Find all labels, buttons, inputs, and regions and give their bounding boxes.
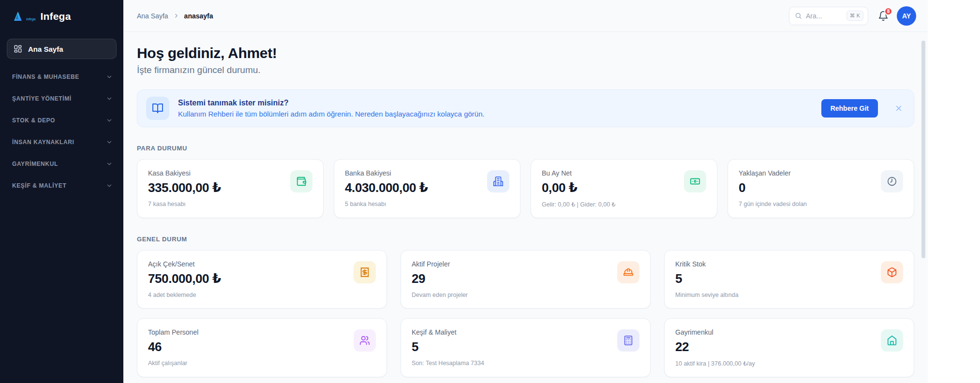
stat-card-bu-ay-net[interactable]: Bu Ay Net 0,00 ₺ Gelir: 0,00 ₺ | Gider: … (531, 159, 717, 218)
book-open-icon (146, 97, 169, 120)
bank-building-icon (487, 170, 509, 192)
logo-wordmark-small: Infega (26, 17, 35, 22)
card-subtitle: Aktif çalışanlar (148, 360, 198, 367)
logo-icon (12, 11, 23, 22)
money-status-grid: Kasa Bakiyesi 335.000,00 ₺ 7 kasa hesabı… (137, 159, 914, 218)
card-value: 22 (675, 339, 755, 354)
chevron-down-icon (106, 74, 113, 80)
main-area: Ana Sayfa anasayfa ⌘ K 8 (123, 0, 928, 383)
home-icon (881, 329, 903, 352)
stat-card-gayrimenkul[interactable]: Gayrimenkul 22 10 aktif kira | 376.000,0… (664, 318, 914, 377)
guide-button[interactable]: Rehbere Git (821, 99, 878, 118)
breadcrumb: Ana Sayfa anasayfa (137, 12, 213, 20)
hard-hat-icon (617, 261, 639, 283)
card-title: Toplam Personel (148, 328, 198, 336)
stat-card-kasa-bakiyesi[interactable]: Kasa Bakiyesi 335.000,00 ₺ 7 kasa hesabı (137, 159, 324, 218)
chevron-down-icon (106, 139, 113, 146)
card-title: Kritik Stok (675, 260, 739, 268)
app-window: Infega Infega Ana Sayfa FİNANS & MUHASEB… (0, 0, 928, 383)
stat-card-aktif-projeler[interactable]: Aktif Projeler 29 Devam eden projeler (401, 250, 651, 309)
calculator-icon (617, 329, 639, 352)
card-subtitle: Minimum seviye altında (675, 292, 739, 298)
card-title: Kasa Bakiyesi (148, 169, 221, 177)
sidebar-section-label: KEŞİF & MALİYET (12, 182, 66, 189)
sidebar-item-ana-sayfa[interactable]: Ana Sayfa (7, 39, 117, 59)
section-label-genel-durum: GENEL DURUM (137, 236, 914, 243)
breadcrumb-parent[interactable]: Ana Sayfa (137, 12, 168, 20)
stat-card-yaklasan-vadeler[interactable]: Yaklaşan Vadeler 0 7 gün içinde vadesi d… (728, 159, 914, 218)
stat-card-kesif-maliyet[interactable]: Keşif & Maliyet 5 Son: Test Hesaplama 73… (401, 318, 651, 377)
notifications-button[interactable]: 8 (878, 11, 889, 21)
card-value: 5 (412, 339, 484, 354)
card-subtitle: 5 banka hesabı (345, 201, 428, 207)
card-title: Banka Bakiyesi (345, 169, 428, 177)
sidebar-item-label: Ana Sayfa (28, 45, 63, 53)
top-header: Ana Sayfa anasayfa ⌘ K 8 (123, 0, 928, 32)
card-value: 0 (739, 180, 807, 195)
card-subtitle: Son: Test Hesaplama 7334 (412, 360, 484, 367)
card-value: 46 (148, 339, 198, 354)
card-subtitle: 7 gün içinde vadesi dolan (739, 201, 807, 207)
package-icon (881, 261, 903, 283)
chevron-down-icon (106, 161, 113, 167)
sidebar-section-insan-kaynaklari[interactable]: İNSAN KAYNAKLARI (0, 131, 123, 153)
page-content: Hoş geldiniz, Ahmet! İşte firmanızın gün… (123, 32, 928, 377)
card-title: Gayrimenkul (675, 328, 755, 336)
search-input[interactable] (806, 12, 834, 20)
brand-logo: Infega Infega (0, 8, 123, 22)
card-title: Yaklaşan Vadeler (739, 169, 807, 177)
card-subtitle: Devam eden projeler (412, 292, 468, 298)
sidebar-section-gayrimenkul[interactable]: GAYRİMENKUL (0, 153, 123, 175)
stat-card-banka-bakiyesi[interactable]: Banka Bakiyesi 4.030.000,00 ₺ 5 banka he… (334, 159, 520, 218)
clock-icon (881, 170, 903, 192)
page-title: Hoş geldiniz, Ahmet! (137, 45, 914, 61)
chevron-down-icon (106, 182, 113, 189)
search-shortcut-kbd: ⌘ K (846, 11, 863, 21)
sidebar-section-santiye-yonetimi[interactable]: ŞANTİYE YÖNETİMİ (0, 88, 123, 109)
general-status-grid: Açık Çek/Senet 750.000,00 ₺ 4 adet bekle… (137, 250, 914, 377)
stat-card-kritik-stok[interactable]: Kritik Stok 5 Minimum seviye altında (664, 250, 914, 309)
card-subtitle: 7 kasa hesabı (148, 201, 221, 207)
scrollbar[interactable] (921, 41, 925, 258)
sidebar-section-label: GAYRİMENKUL (12, 161, 58, 167)
card-value: 4.030.000,00 ₺ (345, 180, 428, 195)
page-subtitle: İşte firmanızın güncel durumu. (137, 65, 914, 75)
close-icon[interactable] (894, 104, 903, 113)
guide-banner-description: Kullanım Rehberi ile tüm bölümleri adım … (178, 110, 813, 118)
stat-card-acik-cek-senet[interactable]: Açık Çek/Senet 750.000,00 ₺ 4 adet bekle… (137, 250, 387, 309)
card-value: 750.000,00 ₺ (148, 271, 221, 286)
card-title: Keşif & Maliyet (412, 328, 484, 336)
stat-card-toplam-personel[interactable]: Toplam Personel 46 Aktif çalışanlar (137, 318, 387, 377)
section-label-para-durumu: PARA DURUMU (137, 145, 914, 152)
sidebar-section-label: ŞANTİYE YÖNETİMİ (12, 95, 72, 102)
sidebar-section-stok-depo[interactable]: STOK & DEPO (0, 109, 123, 131)
guide-banner-title: Sistemi tanımak ister misiniz? (178, 99, 813, 107)
avatar[interactable]: AY (897, 6, 916, 26)
card-subtitle: 10 aktif kira | 376.000,00 ₺/ay (675, 360, 755, 367)
card-title: Açık Çek/Senet (148, 260, 221, 268)
card-value: 5 (675, 271, 739, 286)
search-input-wrapper[interactable]: ⌘ K (789, 7, 868, 25)
chevron-down-icon (106, 117, 113, 124)
card-subtitle: 4 adet beklemede (148, 292, 221, 298)
card-value: 0,00 ₺ (542, 180, 616, 195)
breadcrumb-chevron-icon (173, 13, 179, 19)
sidebar-section-kesif-maliyet[interactable]: KEŞİF & MALİYET (0, 175, 123, 196)
card-title: Aktif Projeler (412, 260, 468, 268)
chevron-down-icon (106, 95, 113, 102)
receipt-icon (354, 261, 376, 283)
sidebar-section-label: İNSAN KAYNAKLARI (12, 139, 74, 146)
sidebar: Infega Infega Ana Sayfa FİNANS & MUHASEB… (0, 0, 123, 383)
card-value: 29 (412, 271, 468, 286)
sidebar-nav: Ana Sayfa FİNANS & MUHASEBE ŞANTİYE YÖNE… (0, 39, 123, 196)
card-subtitle: Gelir: 0,00 ₺ | Gider: 0,00 ₺ (542, 201, 616, 208)
breadcrumb-current: anasayfa (184, 12, 213, 20)
banknote-icon (684, 170, 706, 192)
guide-banner: Sistemi tanımak ister misiniz? Kullanım … (137, 89, 914, 127)
notification-badge: 8 (884, 7, 892, 15)
sidebar-section-label: STOK & DEPO (12, 117, 55, 124)
card-title: Bu Ay Net (542, 169, 616, 177)
sidebar-section-finans-muhasebe[interactable]: FİNANS & MUHASEBE (0, 66, 123, 88)
guide-banner-texts: Sistemi tanımak ister misiniz? Kullanım … (178, 99, 813, 118)
dashboard-icon (14, 44, 22, 53)
